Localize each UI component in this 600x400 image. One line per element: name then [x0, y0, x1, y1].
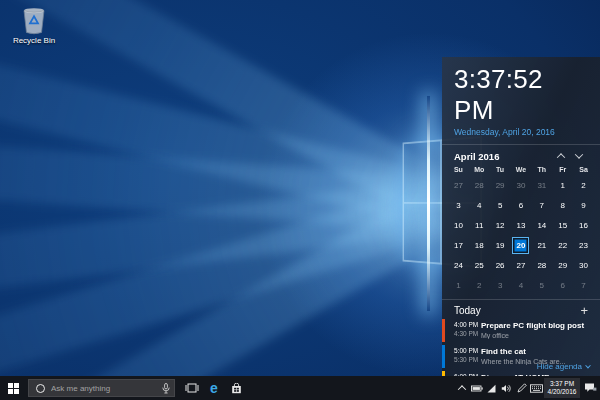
calendar-month-label: April 2016	[454, 151, 552, 162]
calendar-grid: 2728293031123456789101112131415161718192…	[442, 175, 600, 299]
calendar-day[interactable]: 9	[575, 197, 592, 214]
flyout-date-link[interactable]: Wednesday, April 20, 2016	[454, 127, 588, 137]
calendar-day[interactable]: 6	[554, 277, 571, 294]
agenda-header: Today	[454, 305, 580, 316]
hide-agenda-link[interactable]: Hide agenda	[537, 362, 590, 371]
search-input[interactable]	[51, 384, 158, 393]
calendar-day[interactable]: 8	[554, 197, 571, 214]
pen-icon[interactable]	[514, 376, 529, 400]
hide-agenda-label: Hide agenda	[537, 362, 582, 371]
calendar-day[interactable]: 11	[471, 217, 488, 234]
calendar-day[interactable]: 24	[450, 257, 467, 274]
calendar-day[interactable]: 18	[471, 237, 488, 254]
taskbar: e	[0, 376, 600, 400]
calendar-day[interactable]: 19	[492, 237, 509, 254]
flyout-time: 3:37:52 PM	[454, 64, 588, 126]
cortana-icon	[36, 384, 45, 393]
calendar-day[interactable]: 28	[471, 177, 488, 194]
chevron-down-icon	[585, 362, 591, 368]
day-header: Fr	[552, 166, 573, 173]
calendar-day[interactable]: 23	[575, 237, 592, 254]
day-header: Tu	[490, 166, 511, 173]
day-header: Sa	[573, 166, 594, 173]
calendar-day[interactable]: 6	[512, 197, 529, 214]
volume-icon[interactable]	[499, 376, 514, 400]
calendar-day[interactable]: 10	[450, 217, 467, 234]
calendar-prev-month-button[interactable]	[552, 149, 570, 163]
windows-desktop: Recycle Bin 3:37:52 PM Wednesday, April …	[0, 0, 600, 400]
recycle-bin-label: Recycle Bin	[8, 36, 60, 45]
calendar-day[interactable]: 1	[554, 177, 571, 194]
clock-calendar-flyout: 3:37:52 PM Wednesday, April 20, 2016 Apr…	[442, 57, 600, 376]
battery-icon[interactable]	[469, 376, 484, 400]
calendar-day[interactable]: 31	[533, 177, 550, 194]
calendar-day[interactable]: 13	[512, 217, 529, 234]
edge-browser-icon[interactable]: e	[203, 376, 225, 400]
calendar-day[interactable]: 30	[512, 177, 529, 194]
taskbar-clock[interactable]: 3:37 PM 4/20/2016	[544, 378, 580, 398]
calendar-day[interactable]: 28	[533, 257, 550, 274]
recycle-bin-icon	[19, 5, 49, 35]
calendar-day[interactable]: 3	[492, 277, 509, 294]
action-center-icon[interactable]	[580, 376, 600, 400]
event-end-time: 4:30 PM	[454, 330, 481, 337]
calendar-day-headers: Su Mo Tu We Th Fr Sa	[442, 165, 600, 175]
calendar-day[interactable]: 16	[575, 217, 592, 234]
calendar-day[interactable]: 2	[471, 277, 488, 294]
chevron-up-icon	[457, 385, 465, 393]
calendar-day[interactable]: 4	[512, 277, 529, 294]
calendar-day[interactable]: 21	[533, 237, 550, 254]
calendar-day[interactable]: 26	[492, 257, 509, 274]
cortana-search-box[interactable]	[28, 379, 175, 397]
recycle-bin-shortcut[interactable]: Recycle Bin	[8, 5, 60, 45]
event-end-time: 5:30 PM	[454, 356, 481, 363]
day-header: Mo	[469, 166, 490, 173]
touch-keyboard-icon[interactable]	[529, 376, 544, 400]
windows-logo-icon	[8, 383, 19, 394]
calendar-day[interactable]: 22	[554, 237, 571, 254]
calendar-day[interactable]: 2	[575, 177, 592, 194]
event-location: My office	[481, 332, 600, 339]
calendar-day[interactable]: 5	[492, 197, 509, 214]
chevron-down-icon	[575, 150, 583, 158]
windows-store-icon[interactable]	[225, 376, 247, 400]
day-header: Th	[531, 166, 552, 173]
calendar-day[interactable]: 29	[554, 257, 571, 274]
calendar-day[interactable]: 17	[450, 237, 467, 254]
day-header: We	[511, 166, 532, 173]
calendar-next-month-button[interactable]	[570, 149, 588, 163]
calendar-day[interactable]: 12	[492, 217, 509, 234]
event-title: Find the cat	[481, 347, 600, 356]
window-light-slit	[427, 96, 430, 311]
calendar-day[interactable]: 3	[450, 197, 467, 214]
start-button[interactable]	[0, 376, 26, 400]
tray-date: 4/20/2016	[545, 388, 579, 396]
show-hidden-icons-button[interactable]	[454, 376, 469, 400]
calendar-day[interactable]: 7	[533, 197, 550, 214]
calendar-day[interactable]: 27	[450, 177, 467, 194]
event-start-time: 5:00 PM	[454, 347, 481, 354]
chevron-up-icon	[557, 153, 565, 161]
calendar-day[interactable]: 7	[575, 277, 592, 294]
add-event-button[interactable]: +	[580, 306, 588, 316]
calendar-day[interactable]: 27	[512, 257, 529, 274]
task-view-button[interactable]	[181, 376, 203, 400]
event-start-time: 4:00 PM	[454, 321, 481, 328]
calendar-day[interactable]: 4	[471, 197, 488, 214]
tray-time: 3:37 PM	[545, 380, 579, 388]
calendar-day[interactable]: 5	[533, 277, 550, 294]
calendar-day[interactable]: 30	[575, 257, 592, 274]
microphone-icon[interactable]	[158, 376, 174, 400]
event-title: Prepare PC flight blog post	[481, 321, 600, 330]
agenda-event[interactable]: 4:00 PM4:30 PMPrepare PC flight blog pos…	[442, 319, 600, 342]
calendar-day[interactable]: 14	[533, 217, 550, 234]
calendar-day[interactable]: 25	[471, 257, 488, 274]
calendar-day[interactable]: 1	[450, 277, 467, 294]
calendar-day[interactable]: 29	[492, 177, 509, 194]
day-header: Su	[448, 166, 469, 173]
wifi-network-icon[interactable]	[484, 376, 499, 400]
calendar-day[interactable]: 15	[554, 217, 571, 234]
calendar-day[interactable]: 20	[512, 237, 529, 254]
